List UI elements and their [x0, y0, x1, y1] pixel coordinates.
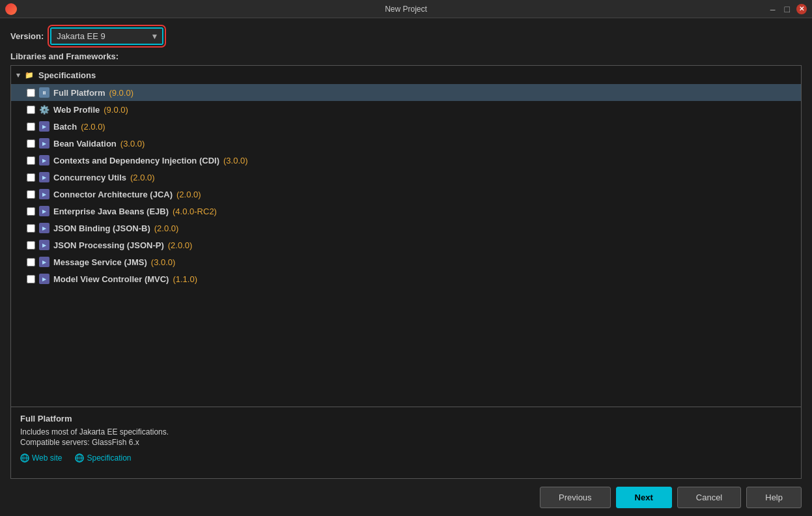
item-name: Message Service (JMS) [53, 257, 147, 267]
item-name: Model View Controller (MVC) [53, 274, 169, 284]
tree-root-label: Specifications [38, 70, 96, 80]
list-item[interactable]: ▶ Message Service (JMS) (3.0.0) [11, 253, 801, 270]
item-checkbox-jca[interactable] [27, 190, 35, 199]
item-name: Concurrency Utils [53, 173, 126, 182]
item-version: (2.0.0) [81, 122, 105, 132]
version-select-wrapper: Jakarta EE 8 Jakarta EE 9 Jakarta EE 10 … [50, 27, 163, 45]
desc-line1: Includes most of Jakarta EE specificatio… [20, 427, 792, 437]
version-select[interactable]: Jakarta EE 8 Jakarta EE 9 Jakarta EE 10 [51, 29, 162, 44]
list-item[interactable]: ▶ Bean Validation (3.0.0) [11, 135, 801, 152]
tree-root[interactable]: ▾ 📁 Specifications [11, 66, 801, 84]
item-checkbox-bean-validation[interactable] [27, 139, 35, 148]
item-version: (2.0.0) [168, 240, 193, 250]
spec-icon: ▶ [39, 138, 49, 149]
list-item[interactable]: ▶ Concurrency Utils (2.0.0) [11, 169, 801, 186]
item-name: Connector Architecture (JCA) [53, 190, 173, 199]
window-title: New Project [385, 5, 427, 14]
minimize-icon[interactable]: – [768, 4, 778, 14]
previous-button[interactable]: Previous [540, 487, 611, 508]
spec-icon: ▶ [39, 223, 49, 233]
item-version: (4.0.0-RC2) [173, 207, 217, 216]
web-profile-icon: ⚙️ [39, 104, 49, 115]
item-checkbox-web-profile[interactable] [27, 106, 35, 114]
spec-icon: ▶ [39, 189, 49, 199]
version-label: Version: [10, 31, 44, 41]
collapse-icon: ▾ [16, 71, 20, 79]
item-name: JSON Processing (JSON-P) [53, 240, 164, 250]
list-item[interactable]: ▶ Enterprise Java Beans (EJB) (4.0.0-RC2… [11, 203, 801, 220]
spec-icon: ▶ [39, 121, 49, 132]
help-button[interactable]: Help [746, 487, 802, 508]
item-version: (1.1.0) [173, 274, 197, 284]
list-item[interactable]: ⚙️ Web Profile (9.0.0) [11, 101, 801, 118]
item-checkbox-batch[interactable] [27, 122, 35, 131]
item-version: (2.0.0) [130, 173, 155, 182]
spec-icon: ▶ [39, 274, 49, 284]
cancel-button[interactable]: Cancel [677, 487, 741, 508]
specification-link[interactable]: Specification [75, 453, 131, 463]
main-content: Version: Jakarta EE 8 Jakarta EE 9 Jakar… [0, 18, 812, 479]
tree-container: ▾ 📁 Specifications II Full Platform (9.0… [10, 65, 802, 407]
globe-icon-2 [75, 453, 84, 463]
list-item[interactable]: ▶ JSON Processing (JSON-P) (2.0.0) [11, 236, 801, 253]
libraries-frameworks-label: Libraries and Frameworks: [10, 51, 802, 61]
item-name: Web Profile [53, 105, 100, 115]
list-item[interactable]: ▶ Model View Controller (MVC) (1.1.0) [11, 270, 801, 287]
next-button[interactable]: Next [616, 487, 672, 508]
item-version: (9.0.0) [104, 105, 128, 115]
item-checkbox-mvc[interactable] [27, 275, 35, 283]
window-controls: – □ ✕ [768, 4, 807, 14]
item-checkbox-full-platform[interactable] [27, 89, 35, 97]
list-item[interactable]: ▶ Connector Architecture (JCA) (2.0.0) [11, 186, 801, 203]
item-name: Contexts and Dependency Injection (CDI) [53, 156, 219, 165]
platform-icon: II [39, 87, 49, 98]
desc-line2: Compatible servers: GlassFish 6.x [20, 438, 792, 447]
titlebar: New Project – □ ✕ [0, 0, 812, 18]
footer: Previous Next Cancel Help [0, 479, 812, 516]
version-row: Version: Jakarta EE 8 Jakarta EE 9 Jakar… [10, 27, 802, 45]
spec-icon: ▶ [39, 206, 49, 216]
item-name: Batch [53, 122, 77, 132]
spec-icon: ▶ [39, 257, 49, 267]
item-version: (3.0.0) [151, 257, 176, 267]
spec-icon: ▶ [39, 240, 49, 250]
item-version: (9.0.0) [109, 88, 133, 98]
item-checkbox-concurrency[interactable] [27, 173, 35, 182]
item-checkbox-ejb[interactable] [27, 207, 35, 216]
desc-title: Full Platform [20, 414, 792, 423]
item-checkbox-jms[interactable] [27, 258, 35, 266]
item-checkbox-jsonb[interactable] [27, 224, 35, 233]
close-icon[interactable]: ✕ [796, 4, 807, 14]
item-version: (2.0.0) [176, 190, 201, 199]
maximize-icon[interactable]: □ [782, 4, 792, 14]
item-version: (3.0.0) [223, 156, 248, 165]
item-checkbox-cdi[interactable] [27, 156, 35, 165]
list-item[interactable]: ▶ Contexts and Dependency Injection (CDI… [11, 152, 801, 169]
list-item[interactable]: II Full Platform (9.0.0) [11, 84, 801, 101]
list-item[interactable]: ▶ Batch (2.0.0) [11, 118, 801, 135]
list-item[interactable]: ▶ JSON Binding (JSON-B) (2.0.0) [11, 220, 801, 236]
spec-icon: ▶ [39, 172, 49, 182]
desc-links: Web site Specification [20, 453, 792, 463]
globe-icon [20, 453, 29, 463]
item-name: Full Platform [53, 88, 105, 98]
item-version: (3.0.0) [120, 139, 145, 149]
item-name: JSON Binding (JSON-B) [53, 223, 150, 233]
spec-icon: ▶ [39, 155, 49, 165]
website-link[interactable]: Web site [20, 453, 62, 463]
item-name: Enterprise Java Beans (EJB) [53, 207, 169, 216]
description-panel: Full Platform Includes most of Jakarta E… [10, 407, 802, 479]
app-icon [5, 3, 17, 15]
item-checkbox-jsonp[interactable] [27, 241, 35, 250]
folder-icon: 📁 [24, 70, 35, 80]
item-version: (2.0.0) [154, 223, 179, 233]
item-name: Bean Validation [53, 139, 117, 149]
